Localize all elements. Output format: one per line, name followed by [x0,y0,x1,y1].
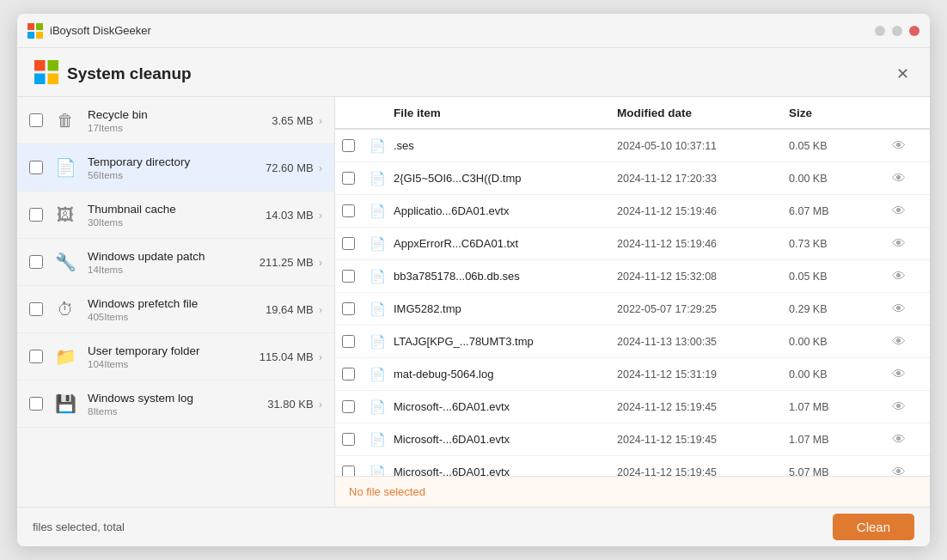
table-row: 📄 LTAJG[KPG_...78UMT3.tmp 2024-11-13 13:… [335,326,930,358]
app-logo [27,23,43,39]
col-file-item: File item [394,107,617,119]
file-name: IMG5282.tmp [394,302,617,315]
file-row-checkbox[interactable] [342,433,355,446]
left-item-name-recycle-bin: Recycle bin [88,107,272,123]
file-row-checkbox[interactable] [342,302,355,315]
file-size: 1.07 MB [789,434,892,446]
file-row-checkbox[interactable] [342,270,355,283]
table-row: 📄 Microsoft-...6DA01.evtx 2024-11-12 15:… [335,391,930,423]
app-title: iBoysoft DiskGeeker [50,24,875,37]
left-item-checkbox-windows-update-patch[interactable] [29,255,43,269]
file-size: 5.07 MB [789,466,892,477]
file-date: 2024-11-12 15:19:45 [617,401,789,413]
left-item-arrow-recycle-bin: › [319,114,322,127]
file-row-checkbox[interactable] [342,237,355,250]
left-item-thumbnail-cache[interactable]: 🖼 Thumbnail cache 30Items 14.03 MB › [17,192,334,239]
svg-rect-1 [36,23,43,30]
file-date: 2024-11-12 15:32:08 [617,271,789,283]
eye-icon[interactable]: 👁 [892,171,923,186]
file-name: Applicatio...6DA01.evtx [394,204,617,217]
table-row: 📄 Microsoft-...6DA01.evtx 2024-11-12 15:… [335,423,930,456]
file-name: Microsoft-...6DA01.evtx [394,433,617,446]
file-row-checkbox[interactable] [342,466,355,476]
left-item-arrow-thumbnail-cache: › [319,209,322,222]
minimize-button[interactable]: — [875,26,885,36]
left-item-name-thumbnail-cache: Thumbnail cache [88,202,266,217]
left-item-count-windows-prefetch-file: 405Items [88,312,266,322]
left-item-temporary-directory[interactable]: 📄 Temporary directory 56Items 72.60 MB › [17,144,334,192]
left-item-arrow-windows-update-patch: › [319,256,322,269]
eye-icon[interactable]: 👁 [892,432,923,447]
left-item-icon-windows-prefetch-file: ⏱ [52,295,79,323]
left-item-info-thumbnail-cache: Thumbnail cache 30Items [88,202,266,228]
left-item-info-user-temporary-folder: User temporary folder 104Items [88,344,260,369]
window-controls: — □ ✕ [875,26,920,36]
left-item-checkbox-user-temporary-folder[interactable] [29,350,43,363]
left-item-checkbox-windows-prefetch-file[interactable] [29,302,43,316]
left-item-info-temporary-directory: Temporary directory 56Items [88,155,266,180]
left-item-size-windows-prefetch-file: 19.64 MB [266,303,314,316]
svg-rect-0 [27,23,34,30]
left-item-size-temporary-directory: 72.60 MB [266,161,314,174]
file-row-checkbox[interactable] [342,172,355,185]
eye-icon[interactable]: 👁 [892,138,923,154]
main-window: iBoysoft DiskGeeker — □ ✕ System cleanup… [17,14,930,546]
left-item-icon-recycle-bin: 🗑 [52,107,79,134]
file-name: Microsoft-...6DA01.evtx [394,400,617,413]
left-item-size-windows-system-log: 31.80 KB [267,398,314,411]
close-window-button[interactable]: ✕ [909,26,920,36]
clean-button[interactable]: Clean [833,514,914,540]
status-text: files selected, total [33,520,833,533]
file-type-icon: 📄 [370,269,394,284]
left-item-checkbox-temporary-directory[interactable] [29,161,43,174]
maximize-button[interactable]: □ [892,26,902,36]
left-item-icon-windows-update-patch: 🔧 [52,248,79,276]
file-name: .ses [394,139,617,152]
eye-icon[interactable]: 👁 [892,367,923,382]
eye-icon[interactable]: 👁 [892,334,923,350]
left-item-count-windows-update-patch: 14Items [88,265,260,275]
file-date: 2024-11-12 15:19:46 [617,205,789,217]
left-item-arrow-user-temporary-folder: › [319,350,322,363]
eye-icon[interactable]: 👁 [892,236,923,252]
file-row-checkbox[interactable] [342,204,355,217]
file-type-icon: 📄 [370,171,394,186]
file-row-checkbox[interactable] [342,335,355,348]
left-item-windows-prefetch-file[interactable]: ⏱ Windows prefetch file 405Items 19.64 M… [17,286,334,333]
file-type-icon: 📄 [370,465,394,477]
file-name: mat-debug-5064.log [394,368,617,380]
file-row-checkbox[interactable] [342,400,355,413]
col-size: Size [789,107,892,119]
file-name: Microsoft-...6DA01.evtx [394,466,617,476]
bottom-bar: files selected, total Clean [17,507,930,546]
left-item-windows-system-log[interactable]: 💾 Windows system log 8Items 31.80 KB › [17,380,334,428]
dialog-close-button[interactable]: ✕ [893,64,913,83]
left-item-user-temporary-folder[interactable]: 📁 User temporary folder 104Items 115.04 … [17,333,334,380]
left-item-recycle-bin[interactable]: 🗑 Recycle bin 17Items 3.65 MB › [17,97,334,144]
left-item-name-windows-update-patch: Windows update patch [88,249,260,265]
svg-rect-7 [48,74,59,85]
left-item-checkbox-recycle-bin[interactable] [29,113,43,127]
left-item-checkbox-thumbnail-cache[interactable] [29,208,43,222]
file-table-header: File item Modified date Size [335,97,930,130]
left-item-size-user-temporary-folder: 115.04 MB [260,350,314,363]
file-type-icon: 📄 [370,399,394,415]
left-item-windows-update-patch[interactable]: 🔧 Windows update patch 14Items 211.25 MB… [17,239,334,286]
file-size: 0.29 KB [789,303,892,315]
file-row-checkbox[interactable] [342,368,355,380]
eye-icon[interactable]: 👁 [892,269,923,284]
eye-icon[interactable]: 👁 [892,465,923,477]
file-name: LTAJG[KPG_...78UMT3.tmp [394,335,617,348]
file-name: bb3a785178...06b.db.ses [394,270,617,283]
eye-icon[interactable]: 👁 [892,301,923,317]
header-bar: System cleanup ✕ [17,48,930,97]
svg-rect-3 [36,32,43,39]
left-item-checkbox-windows-system-log[interactable] [29,397,43,411]
main-body: 🗑 Recycle bin 17Items 3.65 MB › 📄 Tempor… [17,97,930,507]
file-row-checkbox[interactable] [342,139,355,152]
file-size: 0.73 KB [789,238,892,250]
eye-icon[interactable]: 👁 [892,399,923,415]
eye-icon[interactable]: 👁 [892,204,923,219]
left-item-arrow-windows-prefetch-file: › [319,303,322,316]
file-date: 2022-05-07 17:29:25 [617,303,789,315]
